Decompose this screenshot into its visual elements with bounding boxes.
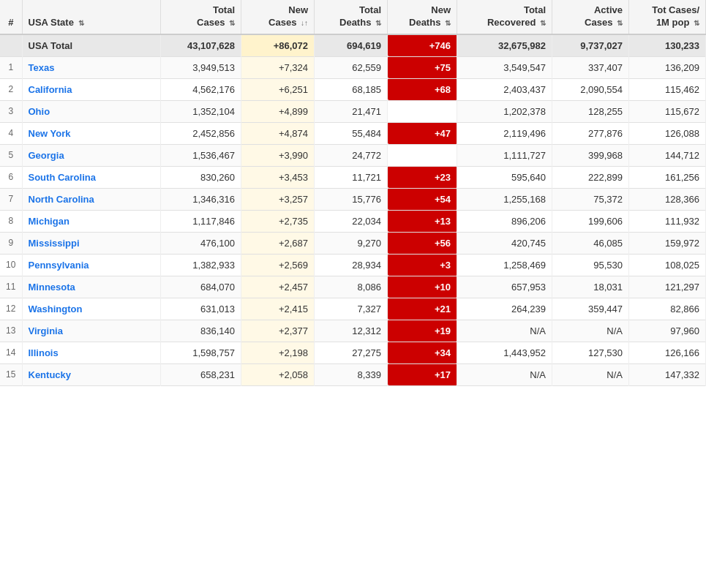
row-total-cases: 836,140: [161, 320, 241, 342]
table-row: 7North Carolina1,346,316+3,25715,776+541…: [0, 188, 706, 210]
row-state[interactable]: Texas: [22, 56, 161, 78]
row-total-recovered: 2,403,437: [457, 78, 552, 100]
row-state[interactable]: Kentucky: [22, 363, 161, 385]
table-row: 12Washington631,013+2,4157,327+21264,239…: [0, 298, 706, 320]
table-row: 14Illinois1,598,757+2,19827,275+341,443,…: [0, 342, 706, 363]
row-total-deaths: 11,721: [315, 166, 388, 188]
total-recovered-sort-icon[interactable]: ⇅: [540, 18, 546, 28]
new-cases-sort-icon[interactable]: ↓↑: [301, 18, 308, 28]
table-row: 9Mississippi476,100+2,6879,270+56420,745…: [0, 232, 706, 254]
row-new-cases: +2,058: [241, 363, 315, 385]
row-total-recovered: 896,206: [457, 210, 552, 232]
row-state[interactable]: Michigan: [22, 210, 161, 232]
row-total-cases: 830,260: [161, 166, 241, 188]
row-state[interactable]: New York: [22, 122, 161, 144]
table-row: 5Georgia1,536,467+3,99024,7721,111,72739…: [0, 144, 706, 166]
row-total-recovered: 1,258,469: [457, 254, 552, 276]
row-state[interactable]: Mississippi: [22, 232, 161, 254]
total-deaths-sort-icon[interactable]: ⇅: [375, 18, 381, 28]
row-state[interactable]: Washington: [22, 298, 161, 320]
row-new-cases: +2,687: [241, 232, 315, 254]
row-total-cases: 2,452,856: [161, 122, 241, 144]
row-new-deaths: +34: [388, 342, 457, 363]
row-rank: 4: [0, 122, 22, 144]
row-state[interactable]: Georgia: [22, 144, 161, 166]
row-total-recovered: 2,119,496: [457, 122, 552, 144]
row-new-cases: +2,198: [241, 342, 315, 363]
row-rank: 11: [0, 276, 22, 298]
row-total-deaths: 15,776: [315, 188, 388, 210]
row-total-cases: 658,231: [161, 363, 241, 385]
row-state[interactable]: North Carolina: [22, 188, 161, 210]
row-total-cases: 476,100: [161, 232, 241, 254]
row-state[interactable]: Pennsylvania: [22, 254, 161, 276]
row-new-cases: +3,453: [241, 166, 315, 188]
row-total-cases: 1,352,104: [161, 100, 241, 122]
row-rank: 9: [0, 232, 22, 254]
row-per-1m: 126,166: [629, 342, 706, 363]
row-new-deaths: +54: [388, 188, 457, 210]
row-new-cases: +2,457: [241, 276, 315, 298]
row-total-deaths: 21,471: [315, 100, 388, 122]
row-active-cases: N/A: [552, 320, 629, 342]
row-active-cases: 337,407: [552, 56, 629, 78]
row-per-1m: 82,866: [629, 298, 706, 320]
row-total-recovered: 595,640: [457, 166, 552, 188]
row-rank: 10: [0, 254, 22, 276]
row-active-cases: 127,530: [552, 342, 629, 363]
new-cases-header: New Cases ↓↑: [241, 0, 315, 34]
row-state[interactable]: South Carolina: [22, 166, 161, 188]
total-recovered-header: Total Recovered ⇅: [457, 0, 552, 34]
row-state[interactable]: Illinois: [22, 342, 161, 363]
total-cases-sort-icon[interactable]: ⇅: [229, 18, 235, 28]
state-header-sort-icon[interactable]: ⇅: [78, 18, 84, 28]
row-active-cases: 18,031: [552, 276, 629, 298]
tot-per-1m-sort-icon[interactable]: ⇅: [694, 18, 699, 28]
row-new-cases: +7,324: [241, 56, 315, 78]
row-total-deaths: 68,185: [315, 78, 388, 100]
table-body: USA Total 43,107,628 +86,072 694,619 +74…: [0, 34, 706, 386]
row-per-1m: 97,960: [629, 320, 706, 342]
row-total-recovered: N/A: [457, 363, 552, 385]
row-state[interactable]: Virginia: [22, 320, 161, 342]
row-total-deaths: 22,034: [315, 210, 388, 232]
row-per-1m: 126,088: [629, 122, 706, 144]
row-total-deaths: 27,275: [315, 342, 388, 363]
row-new-deaths: +47: [388, 122, 457, 144]
covid-table: # USA State ⇅ Total Cases ⇅ New Cases ↓↑…: [0, 0, 706, 386]
row-state[interactable]: California: [22, 78, 161, 100]
row-new-cases: +2,569: [241, 254, 315, 276]
total-rank: [0, 34, 22, 57]
row-per-1m: 161,256: [629, 166, 706, 188]
total-row: USA Total 43,107,628 +86,072 694,619 +74…: [0, 34, 706, 57]
table-row: 2California4,562,176+6,25168,185+682,403…: [0, 78, 706, 100]
row-new-deaths: +23: [388, 166, 457, 188]
row-total-deaths: 8,086: [315, 276, 388, 298]
row-rank: 2: [0, 78, 22, 100]
new-deaths-sort-icon[interactable]: ⇅: [445, 18, 451, 28]
row-rank: 12: [0, 298, 22, 320]
row-active-cases: 359,447: [552, 298, 629, 320]
table-row: 3Ohio1,352,104+4,89921,4711,202,378128,2…: [0, 100, 706, 122]
row-total-deaths: 55,484: [315, 122, 388, 144]
row-total-cases: 1,117,846: [161, 210, 241, 232]
row-total-recovered: N/A: [457, 320, 552, 342]
row-per-1m: 159,972: [629, 232, 706, 254]
rank-header: #: [0, 0, 22, 34]
row-state[interactable]: Minnesota: [22, 276, 161, 298]
table-row: 8Michigan1,117,846+2,73522,034+13896,206…: [0, 210, 706, 232]
total-total-recovered: 32,675,982: [457, 34, 552, 57]
total-total-cases: 43,107,628: [161, 34, 241, 57]
active-cases-sort-icon[interactable]: ⇅: [617, 18, 623, 28]
row-new-cases: +2,377: [241, 320, 315, 342]
row-rank: 3: [0, 100, 22, 122]
table-row: 6South Carolina830,260+3,45311,721+23595…: [0, 166, 706, 188]
row-active-cases: 95,530: [552, 254, 629, 276]
row-per-1m: 147,332: [629, 363, 706, 385]
row-new-cases: +3,257: [241, 188, 315, 210]
row-rank: 14: [0, 342, 22, 363]
row-state[interactable]: Ohio: [22, 100, 161, 122]
row-total-recovered: 264,239: [457, 298, 552, 320]
active-cases-header: Active Cases ⇅: [552, 0, 629, 34]
row-new-deaths: +21: [388, 298, 457, 320]
